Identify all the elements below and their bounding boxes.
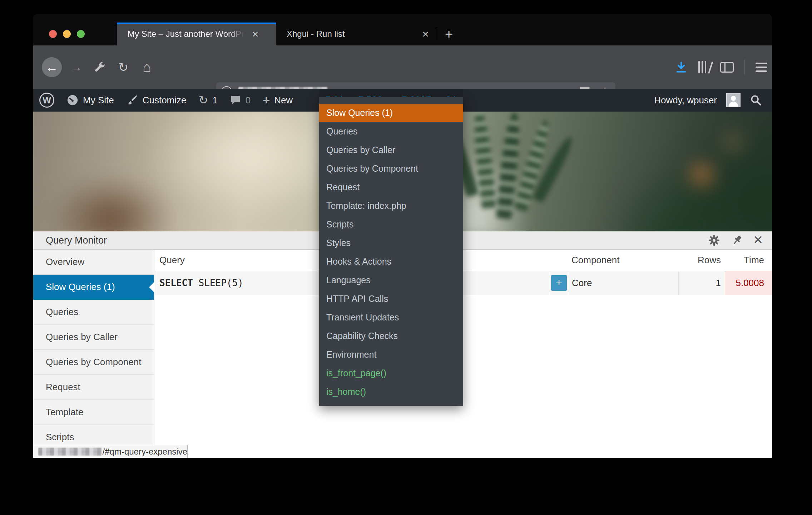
qm-menu-item-languages[interactable]: Languages: [319, 271, 463, 289]
qm-menu-item-is-home[interactable]: is_home(): [319, 382, 463, 401]
qm-menu-item-queries-by-caller[interactable]: Queries by Caller: [319, 141, 463, 159]
downloads-icon[interactable]: [675, 61, 688, 74]
wrench-icon: [94, 62, 105, 73]
admin-bar-left: W My Site Customize: [33, 89, 299, 112]
tab-strip: My Site – Just another WordPress si × Xh…: [117, 23, 461, 45]
minimize-window-button[interactable]: [63, 30, 71, 38]
qm-table-header: Query Component Rows Time: [155, 250, 772, 271]
qm-menu-item-transient-updates[interactable]: Transient Updates: [319, 308, 463, 327]
new-content-menu[interactable]: + New: [257, 89, 299, 112]
navigation-toolbar: ← → ↻ ⌂ i •••: [33, 45, 772, 89]
qm-sidebar-item-queries[interactable]: Queries: [33, 300, 154, 325]
desktop-background: My Site – Just another WordPress si × Xh…: [0, 0, 812, 515]
new-label: New: [274, 95, 293, 106]
howdy-account-menu[interactable]: Howdy, wpuser: [654, 95, 717, 106]
updates-count: 1: [212, 95, 217, 106]
qm-menu-item-template-index-php[interactable]: Template: index.php: [319, 196, 463, 215]
qm-menu-item-request[interactable]: Request: [319, 178, 463, 196]
qm-menu-item-slow-queries-1[interactable]: Slow Queries (1): [319, 104, 463, 122]
qm-sidebar-item-slow-queries-1[interactable]: Slow Queries (1): [33, 275, 154, 300]
updates-icon: ↻: [199, 93, 208, 107]
tab-title: Xhgui - Run list: [287, 29, 345, 39]
new-tab-button[interactable]: +: [437, 23, 461, 45]
nav-button-group: ← → ↻ ⌂: [42, 45, 156, 89]
expand-cell: +: [551, 271, 567, 295]
link-status-bar: /#qm-query-expensive: [33, 445, 188, 458]
qm-sidebar-item-queries-by-component[interactable]: Queries by Component: [33, 350, 154, 375]
admin-bar-right: Howdy, wpuser: [654, 89, 772, 112]
status-url-redacted: [38, 448, 102, 456]
qm-sidebar-item-queries-by-caller[interactable]: Queries by Caller: [33, 325, 154, 350]
close-icon[interactable]: ×: [753, 232, 763, 247]
gear-icon[interactable]: [708, 234, 721, 247]
tab-my-site[interactable]: My Site – Just another WordPress si ×: [117, 23, 276, 45]
column-header-time[interactable]: Time: [725, 255, 772, 266]
tab-bar: My Site – Just another WordPress si × Xh…: [33, 14, 772, 45]
developer-wrench-button[interactable]: [90, 58, 109, 77]
home-button[interactable]: ⌂: [138, 58, 156, 77]
qm-menu-item-queries-by-component[interactable]: Queries by Component: [319, 159, 463, 178]
wordpress-logo-icon: W: [39, 93, 54, 108]
qm-sidebar: OverviewSlow Queries (1)QueriesQueries b…: [33, 250, 154, 458]
tab-close-icon[interactable]: ×: [252, 28, 259, 40]
updates-menu[interactable]: ↻ 1: [193, 89, 224, 112]
reload-button[interactable]: ↻: [114, 58, 133, 77]
comments-count: 0: [246, 95, 251, 106]
tab-xhgui[interactable]: Xhgui - Run list ×: [276, 23, 437, 45]
my-site-menu[interactable]: My Site: [60, 89, 120, 112]
menu-hamburger-icon[interactable]: [756, 63, 767, 72]
browser-window: My Site – Just another WordPress si × Xh…: [33, 14, 772, 458]
qm-menu-item-hooks-actions[interactable]: Hooks & Actions: [319, 252, 463, 271]
close-window-button[interactable]: [49, 30, 57, 38]
qm-menu-item-environment[interactable]: Environment: [319, 345, 463, 364]
qm-menu-item-is-front-page[interactable]: is_front_page(): [319, 364, 463, 382]
qm-menu-item-queries[interactable]: Queries: [319, 122, 463, 141]
sidebar-toggle-icon[interactable]: [720, 62, 734, 73]
pin-icon[interactable]: [731, 234, 743, 247]
qm-menu-item-http-api-calls[interactable]: HTTP API Calls: [319, 289, 463, 308]
avatar[interactable]: [726, 93, 741, 107]
customize-label: Customize: [143, 95, 187, 106]
expand-row-button[interactable]: +: [551, 275, 567, 291]
column-header-component[interactable]: Component: [567, 255, 678, 266]
my-site-label: My Site: [83, 95, 114, 106]
comment-bubble-icon: [230, 94, 241, 106]
window-controls: [49, 30, 85, 38]
status-url-suffix: /#qm-query-expensive: [103, 447, 187, 457]
dashboard-gauge-icon: [66, 94, 79, 106]
time-cell: 5.0008: [725, 271, 772, 295]
comments-menu[interactable]: 0: [224, 89, 257, 112]
wp-logo-menu[interactable]: W: [33, 89, 60, 112]
qm-menu-item-capability-checks[interactable]: Capability Checks: [319, 327, 463, 345]
qm-panel-title: Query Monitor: [46, 235, 107, 246]
rows-cell: 1: [678, 271, 725, 295]
paintbrush-icon: [126, 94, 138, 106]
qm-sidebar-item-overview[interactable]: Overview: [33, 250, 154, 275]
qm-table-row: SELECT SLEEP(5) + Core 1 5.0008: [155, 271, 772, 295]
toolbar-separator: [744, 59, 745, 75]
qm-menu-item-styles[interactable]: Styles: [319, 234, 463, 252]
column-header-rows[interactable]: Rows: [678, 255, 725, 266]
forward-button[interactable]: →: [67, 58, 85, 77]
customize-menu[interactable]: Customize: [120, 89, 193, 112]
back-button[interactable]: ←: [42, 57, 62, 77]
qm-panel-tools: ×: [708, 233, 763, 247]
tab-title: My Site – Just another WordPress si: [128, 29, 246, 39]
qm-menu-item-scripts[interactable]: Scripts: [319, 215, 463, 234]
qm-main-table: Query Component Rows Time: [155, 250, 772, 458]
qm-sidebar-item-template[interactable]: Template: [33, 400, 154, 425]
qm-sidebar-item-request[interactable]: Request: [33, 375, 154, 400]
qm-dropdown-menu: Slow Queries (1)QueriesQueries by Caller…: [319, 97, 463, 406]
zoom-window-button[interactable]: [77, 30, 85, 38]
tab-close-icon[interactable]: ×: [422, 28, 429, 40]
toolbar-right-group: [675, 45, 767, 89]
library-icon[interactable]: [698, 61, 709, 73]
plus-icon: +: [263, 93, 270, 107]
component-cell: Core: [567, 271, 678, 295]
search-icon[interactable]: [750, 94, 762, 106]
